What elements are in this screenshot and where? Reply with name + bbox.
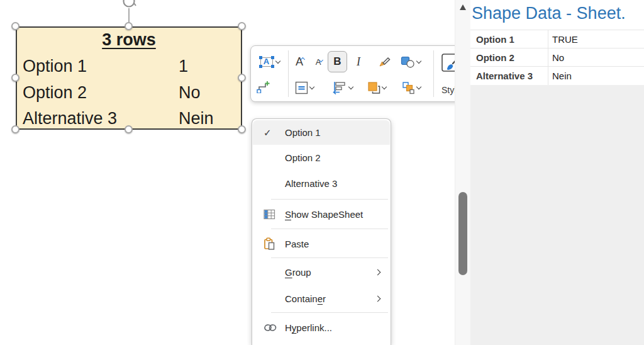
text-block-icon: A	[259, 56, 274, 68]
shape-row: Option 1 1	[17, 53, 241, 79]
menu-item-label: Paste	[285, 239, 309, 249]
menu-item-label: Container	[285, 293, 326, 304]
shape-data-field-name: Option 1	[470, 30, 548, 48]
menu-item-alternative-3[interactable]: Alternative 3	[253, 171, 390, 196]
vertical-scrollbar[interactable]	[455, 0, 470, 345]
paste-icon	[264, 237, 275, 250]
menu-item-label: Show ShapeSheet	[285, 209, 363, 220]
toolbar-separator	[288, 50, 289, 97]
shape-row-label: Alternative 3	[23, 105, 117, 132]
selection-handle[interactable]	[11, 22, 19, 30]
text-block-button[interactable]: A	[253, 52, 285, 71]
italic-icon: I	[357, 55, 360, 69]
bring-forward-icon	[367, 81, 380, 94]
submenu-arrow-icon	[375, 269, 381, 275]
shape-data-title: Shape Data - Sheet.	[472, 4, 626, 23]
menu-item-option-1[interactable]: ✓ Option 1	[253, 120, 390, 145]
dropdown-chevron-icon	[275, 58, 280, 63]
menu-item-hyperlink[interactable]: Hyperlink...	[253, 314, 390, 342]
shape-data-table: Option 1 TRUE Option 2 No Alternative 3 …	[470, 30, 644, 85]
shape-data-row: Option 1 TRUE	[470, 30, 644, 48]
shapesheet-table-icon	[264, 209, 275, 220]
shape-row: Option 2 No	[17, 79, 241, 106]
selection-handle[interactable]	[11, 125, 19, 133]
shape-data-field-name: Alternative 3	[470, 67, 548, 85]
selection-handle[interactable]	[238, 74, 246, 82]
dropdown-chevron-icon	[416, 84, 421, 89]
change-shape-button[interactable]	[397, 52, 425, 71]
format-painter-icon	[378, 55, 392, 68]
menu-item-label: Group	[285, 267, 311, 278]
scrollbar-up-arrow-icon[interactable]	[460, 4, 466, 10]
menu-separator	[271, 257, 388, 258]
shape-row-value: No	[179, 79, 201, 106]
arrange-shapes-icon	[402, 81, 415, 94]
shape-data-field-name: Option 2	[470, 48, 548, 66]
rotation-handle-stem	[128, 8, 130, 23]
menu-item-label: Alternative 3	[285, 178, 337, 189]
grow-font-icon: A	[296, 56, 303, 68]
menu-item-label: Option 1	[285, 127, 321, 138]
selection-handle[interactable]	[125, 125, 133, 133]
menu-separator	[271, 229, 388, 229]
shape-data-row: Option 2 No	[470, 48, 644, 67]
shape-data-field-value[interactable]: TRUE	[548, 34, 578, 45]
menu-item-group[interactable]: Group	[253, 259, 390, 285]
shape-data-panel: Shape Data - Sheet. Option 1 TRUE Option…	[470, 0, 644, 345]
shape-title: 3 rows	[17, 30, 241, 50]
connector-icon	[256, 81, 270, 93]
bold-button[interactable]: B	[328, 51, 347, 72]
selection-handle[interactable]	[238, 22, 246, 30]
context-menu: ✓ Option 1 Option 2 Alternative 3 Show S…	[252, 118, 391, 345]
menu-item-paste[interactable]: Paste	[253, 230, 390, 257]
italic-button[interactable]: I	[350, 52, 367, 71]
menu-item-option-2[interactable]: Option 2	[253, 145, 390, 171]
shrink-font-button[interactable]: A	[309, 52, 327, 71]
checkmark-icon: ✓	[264, 127, 272, 139]
hyperlink-icon	[264, 323, 277, 332]
shape-row-label: Option 2	[23, 79, 87, 106]
align-text-icon	[295, 81, 308, 94]
menu-separator	[271, 312, 388, 313]
format-painter-button[interactable]	[375, 52, 394, 71]
change-shape-icon	[401, 56, 415, 68]
menu-item-label: Option 2	[285, 152, 321, 163]
add-connector-button[interactable]	[253, 77, 272, 96]
shape-row-value: Nein	[179, 105, 214, 132]
align-shapes-button[interactable]	[327, 78, 357, 97]
bring-forward-button[interactable]	[362, 78, 392, 97]
align-shapes-icon	[332, 81, 347, 94]
menu-separator	[271, 199, 388, 200]
menu-item-container[interactable]: Container	[253, 285, 390, 312]
shape-data-window: Shape Data - Sheet. Option 1 TRUE Option…	[470, 0, 644, 84]
align-text-button[interactable]	[291, 78, 318, 97]
floating-mini-toolbar: A A A	[250, 45, 474, 102]
shape-row-value: 1	[179, 53, 188, 79]
shape-data-field-value[interactable]: Nein	[548, 71, 572, 81]
selected-shape[interactable]: 3 rows Option 1 1 Option 2 No Alternativ…	[16, 26, 242, 130]
bold-icon: B	[328, 51, 347, 72]
dropdown-chevron-icon	[382, 84, 387, 89]
toolbar-separator	[433, 50, 434, 97]
selection-handle[interactable]	[11, 74, 19, 82]
menu-item-label: Hyperlink...	[285, 322, 332, 333]
shrink-font-icon: A	[316, 56, 321, 67]
submenu-arrow-icon	[375, 295, 381, 302]
visio-app-screen: 3 rows Option 1 1 Option 2 No Alternativ…	[0, 0, 644, 345]
shape-data-row: Alternative 3 Nein	[470, 67, 644, 85]
dropdown-chevron-icon	[416, 58, 421, 63]
shape-row-label: Option 1	[23, 53, 87, 79]
shape-data-field-value[interactable]: No	[548, 52, 564, 63]
arrange-shapes-button[interactable]	[396, 78, 426, 97]
dropdown-chevron-icon	[309, 84, 314, 89]
dropdown-chevron-icon	[348, 84, 353, 89]
selection-handle[interactable]	[238, 125, 246, 133]
selection-handle[interactable]	[125, 22, 133, 30]
menu-item-show-shapesheet[interactable]: Show ShapeSheet	[253, 200, 390, 228]
grow-font-button[interactable]: A	[290, 52, 309, 71]
scrollbar-thumb[interactable]	[458, 192, 467, 275]
